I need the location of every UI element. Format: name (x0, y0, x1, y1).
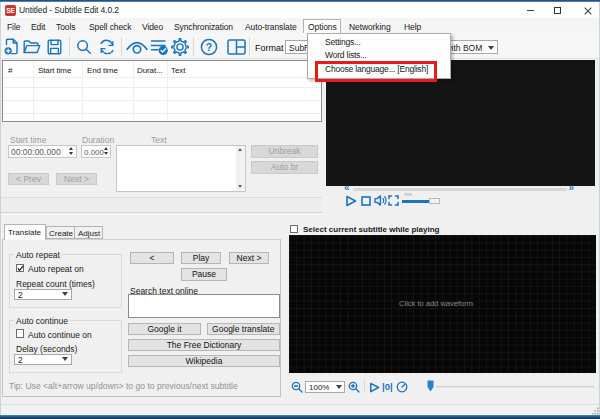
svg-text:?: ? (206, 41, 212, 53)
svg-text:Click to add waveform: Click to add waveform (399, 299, 473, 308)
